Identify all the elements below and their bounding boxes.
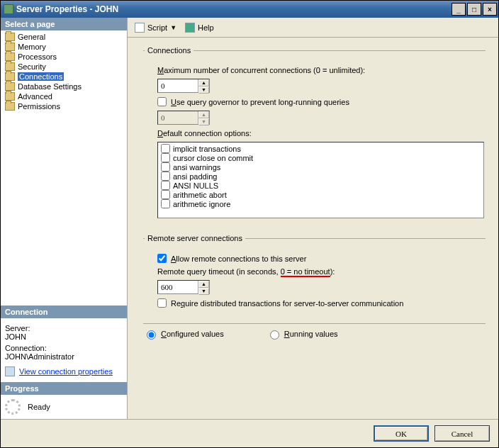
chevron-down-icon: ▼ [170,24,176,31]
option-item[interactable]: cursor close on commit [159,153,482,162]
server-value: JOHN [5,332,123,341]
default-options-list[interactable]: implicit transactions cursor close on co… [157,142,484,218]
connections-legend: Connections [145,46,194,55]
require-distributed-label: Require distributed transactions for ser… [171,299,403,308]
sidebar: Select a page General Memory Processors … [1,18,127,419]
help-icon [185,23,195,33]
max-connections-input[interactable] [158,79,198,92]
page-item-security[interactable]: Security [1,62,127,72]
spin-up[interactable]: ▲ [198,79,209,86]
connection-value: JOHN\Administrator [5,352,123,361]
cancel-button[interactable]: Cancel [434,425,490,442]
view-connection-properties-link[interactable]: View connection properties [19,367,113,376]
query-governor-spinner: ▲▼ [157,111,210,125]
page-icon [5,102,15,111]
option-item[interactable]: ansi padding [159,172,482,181]
window: Server Properties - JOHN _ □ × Select a … [0,0,499,448]
max-connections-label: Maximum number of concurrent connections… [157,66,365,74]
allow-remote-label: Allow remote connections to this server [171,254,306,263]
window-title: Server Properties - JOHN [16,4,452,14]
connections-group: Connections Maximum number of concurrent… [143,46,486,224]
allow-remote-checkbox[interactable] [157,254,167,263]
minimize-button[interactable]: _ [452,3,466,16]
spin-up[interactable]: ▲ [198,281,209,288]
connection-info: Server: JOHN Connection: JOHN\Administra… [1,318,127,382]
running-values-radio[interactable]: Running values [267,328,338,340]
page-item-advanced[interactable]: Advanced [1,91,127,101]
remote-timeout-input[interactable] [158,281,198,293]
progress-block: Ready [1,395,127,419]
connection-label: Connection: [5,344,123,352]
require-distributed-checkbox[interactable] [157,298,167,308]
option-item[interactable]: arithmetic ignore [159,199,482,208]
script-icon [135,23,145,33]
configured-values-radio[interactable]: Configured values [143,328,224,340]
content-panel: Script ▼ Help Connections Maximum number… [127,18,498,419]
properties-icon [5,366,15,376]
page-icon [5,82,15,91]
sidebar-header-pages: Select a page [1,18,127,30]
app-icon [4,4,13,14]
sidebar-header-connection: Connection [1,306,127,318]
max-connections-spinner[interactable]: ▲▼ [157,79,210,93]
page-item-processors[interactable]: Processors [1,52,127,62]
progress-spinner-icon [5,399,21,415]
spin-up: ▲ [198,111,209,118]
page-list: General Memory Processors Security Conne… [1,30,127,113]
ok-button[interactable]: OK [374,425,429,442]
query-governor-label: Use query governor to prevent long-runni… [171,98,349,106]
remote-timeout-spinner[interactable]: ▲▼ [157,280,210,294]
page-item-connections[interactable]: Connections [1,72,127,82]
dialog-footer: OK Cancel [1,419,498,447]
remote-legend: Remote server connections [145,234,245,242]
server-label: Server: [5,324,123,332]
query-governor-checkbox[interactable] [157,97,167,106]
page-item-memory[interactable]: Memory [1,42,127,52]
sidebar-header-progress: Progress [1,382,127,395]
page-item-general[interactable]: General [1,32,127,42]
spin-down[interactable]: ▼ [198,86,209,94]
page-icon [5,43,15,51]
close-button[interactable]: × [483,3,497,16]
option-item[interactable]: ansi warnings [159,162,482,172]
toolbar: Script ▼ Help [128,18,498,38]
page-item-permissions[interactable]: Permissions [1,101,127,111]
page-icon [5,72,15,81]
progress-status: Ready [28,403,50,411]
help-button[interactable]: Help [182,21,217,34]
page-item-database-settings[interactable]: Database Settings [1,82,127,91]
spin-down: ▼ [198,118,209,125]
page-icon [5,33,15,41]
remote-connections-group: Remote server connections Allow remote c… [143,234,486,313]
remote-timeout-label: Remote query timeout (in seconds, 0 = no… [157,267,335,277]
titlebar: Server Properties - JOHN _ □ × [1,1,498,18]
page-icon [5,92,15,101]
page-icon [5,62,15,71]
spin-down[interactable]: ▼ [198,288,209,295]
page-icon [5,52,15,61]
default-options-label: Default connection options: [157,129,252,138]
option-item[interactable]: arithmetic abort [159,190,482,199]
query-governor-input [158,111,198,124]
script-button[interactable]: Script ▼ [132,21,179,34]
maximize-button[interactable]: □ [467,3,481,16]
option-item[interactable]: implicit transactions [159,144,482,153]
option-item[interactable]: ANSI NULLS [159,181,482,190]
